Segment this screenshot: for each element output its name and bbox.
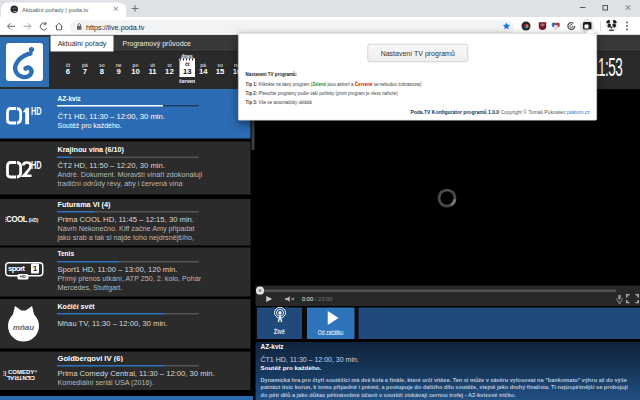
svg-text:mňau: mňau: [13, 323, 34, 332]
